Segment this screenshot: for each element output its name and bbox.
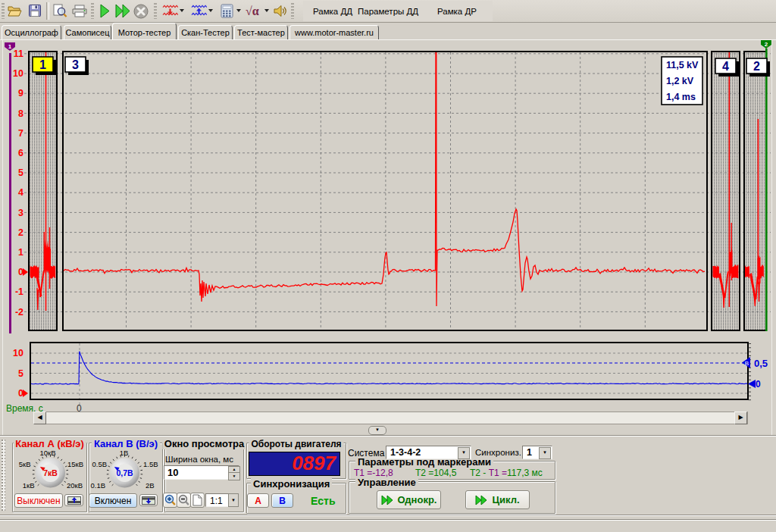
svg-text:1: 1 [18, 247, 23, 258]
svg-text:2: 2 [18, 227, 23, 238]
svg-text:0,7В: 0,7В [116, 468, 133, 477]
svg-text:0: 0 [756, 379, 761, 390]
svg-text:5: 5 [18, 167, 23, 178]
svg-text:B: B [745, 360, 749, 367]
svg-text:7: 7 [18, 128, 23, 139]
svg-text:1,2 kV: 1,2 kV [666, 76, 694, 86]
svg-text:5: 5 [18, 368, 23, 379]
svg-text:3: 3 [18, 208, 23, 218]
svg-text:0: 0 [18, 267, 23, 277]
svg-text:4: 4 [722, 60, 729, 73]
svg-text:11: 11 [14, 49, 23, 59]
svg-text:1: 1 [39, 58, 46, 71]
svg-text:1,4 ms: 1,4 ms [666, 92, 696, 102]
svg-text:3: 3 [72, 58, 79, 71]
svg-text:1.5В: 1.5В [143, 460, 158, 468]
svg-text:-2: -2 [15, 307, 23, 318]
svg-text:10: 10 [13, 348, 23, 358]
svg-text:6: 6 [18, 148, 23, 158]
svg-text:-1: -1 [15, 286, 23, 297]
svg-text:0: 0 [18, 388, 23, 399]
svg-text:0.1В: 0.1В [90, 481, 105, 490]
svg-text:11,5 kV: 11,5 kV [666, 60, 699, 70]
svg-text:10кВ: 10кВ [39, 449, 55, 457]
svg-text:20кВ: 20кВ [67, 481, 83, 490]
svg-text:1кВ: 1кВ [23, 481, 35, 490]
svg-text:0.5В: 0.5В [92, 460, 107, 468]
svg-text:2В: 2В [146, 481, 155, 490]
svg-text:2: 2 [765, 41, 768, 48]
svg-text:1В: 1В [120, 449, 129, 457]
svg-text:10: 10 [13, 68, 23, 79]
svg-text:2: 2 [753, 60, 760, 73]
svg-text:15кВ: 15кВ [67, 460, 83, 468]
svg-text:9: 9 [18, 88, 23, 99]
svg-text:1: 1 [8, 43, 12, 50]
svg-text:8: 8 [18, 108, 23, 119]
svg-text:4: 4 [18, 187, 23, 198]
svg-text:0,5: 0,5 [754, 358, 768, 369]
svg-text:7кВ: 7кВ [43, 468, 58, 477]
svg-text:5кВ: 5кВ [19, 460, 31, 468]
